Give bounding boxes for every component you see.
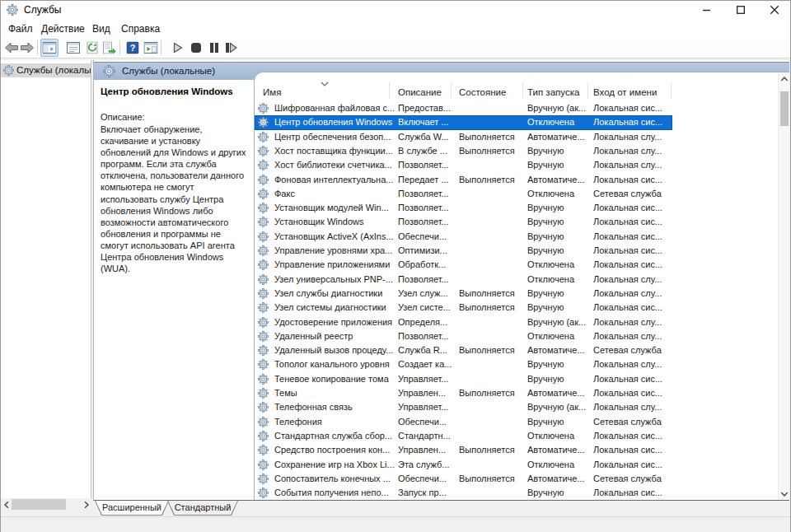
service-row[interactable]: Средство построения кон... Управлен... В… (255, 443, 789, 457)
tab-advanced-label: Расширенный (95, 502, 169, 512)
cell-name: Шифрованная файловая с... (274, 103, 396, 113)
tab-advanced[interactable]: Расширенный (95, 501, 169, 516)
properties-button[interactable] (64, 39, 82, 57)
service-row[interactable]: Шифрованная файловая с... Предостав... В… (255, 101, 789, 115)
cell-log-on-as: Локальная слу... (593, 132, 670, 142)
cell-name: Темы (274, 388, 396, 398)
service-row[interactable]: События получения непо... Запуск пр... В… (255, 486, 789, 500)
cell-startup-type: Вручную (527, 203, 590, 212)
menu-file[interactable]: Файл (8, 23, 33, 35)
service-row[interactable]: Фоновая интеллектуальна... Передает ... … (255, 173, 789, 187)
list-vertical-scrollbar[interactable] (778, 73, 789, 500)
list-vscroll-thumb[interactable] (780, 91, 789, 126)
service-row[interactable]: Узел службы диагностики Узел служ... Вып… (255, 287, 789, 301)
show-action-pane-button[interactable] (142, 39, 160, 57)
scroll-up-button[interactable] (779, 73, 789, 85)
cell-name: Удостоверение приложения (274, 317, 396, 327)
service-row[interactable]: Хост библиотеки счетчика... Позволяет...… (255, 158, 789, 172)
service-row[interactable]: Удостоверение приложения Определя... Вру… (255, 315, 789, 329)
service-row[interactable]: Установщик модулей Win... Позволяет... В… (255, 201, 789, 215)
service-row[interactable]: Центр обновления Windows Включает ... От… (255, 115, 789, 129)
service-row[interactable]: Теневое копирование тома Управляет... Вр… (255, 372, 789, 386)
cell-status: Выполняется (459, 388, 527, 398)
cell-startup-type: Автоматиче... (527, 132, 590, 142)
menu-help[interactable]: Справка (121, 23, 160, 35)
cell-name: Центр обновления Windows (274, 117, 396, 127)
scroll-down-button[interactable] (779, 488, 789, 500)
cell-description: Позволяет... (398, 274, 457, 284)
maximize-button[interactable] (727, 1, 755, 19)
view-tabs: Расширенный Стандартный (1, 501, 790, 516)
cell-startup-type: Отключена (527, 259, 590, 269)
close-button[interactable] (761, 1, 789, 19)
main-area: Службы (локальные) Службы (локальные) Це… (1, 58, 790, 501)
toolbar: ? (1, 38, 790, 58)
minimize-icon (703, 6, 711, 14)
cell-log-on-as: Локальная сис... (593, 488, 670, 497)
services-app-icon (7, 4, 18, 16)
service-row[interactable]: Узел универсальных PNP-... Позволяет... … (255, 273, 789, 287)
band-gear-icon (103, 65, 115, 77)
service-row[interactable]: Центр обеспечения безоп... Служба W... В… (255, 130, 789, 144)
cell-startup-type: Вручную (ак... (527, 317, 590, 327)
service-row[interactable]: Управление приложениями Обработк... Откл… (255, 258, 789, 272)
export-list-button[interactable] (101, 39, 119, 57)
service-row[interactable]: Установщик Windows Позволяет... Вручную … (255, 215, 789, 229)
service-row[interactable]: Сопоставитель конечных ... Обеспечи... В… (255, 472, 789, 486)
pause-service-button[interactable] (205, 39, 223, 57)
stop-service-button[interactable] (187, 39, 205, 57)
service-row[interactable]: Хост поставщика функции... В службе ... … (255, 144, 789, 158)
cell-startup-type: Вручную (527, 160, 590, 170)
service-row[interactable]: Удаленный вызов процеду... Служба R... В… (255, 343, 789, 357)
close-icon (770, 6, 779, 15)
service-row[interactable]: Узел системы диагностики Узел систе... В… (255, 301, 789, 315)
forward-icon (20, 42, 35, 54)
cell-status: Выполняется (459, 288, 527, 298)
menu-action[interactable]: Действие (41, 23, 85, 35)
menu-view[interactable]: Вид (92, 23, 110, 35)
cell-startup-type: Вручную (527, 146, 590, 156)
cell-log-on-as: Локальная сис... (593, 245, 670, 255)
service-row[interactable]: Управление уровнями хра... Оптимизи... В… (255, 244, 789, 258)
cell-name: Теневое копирование тома (274, 374, 396, 384)
service-gear-icon (258, 189, 269, 199)
service-gear-icon (258, 431, 269, 441)
minimize-button[interactable] (693, 1, 721, 19)
service-row[interactable]: Сохранение игр на Xbox Li... Эта служб..… (255, 458, 789, 472)
show-console-tree-button[interactable] (40, 39, 59, 57)
cell-startup-type: Автоматиче... (527, 445, 590, 455)
service-row[interactable]: Тополог канального уровня Создает ка... … (255, 357, 789, 371)
service-row[interactable]: Стандартная служба сбор... Стандартн... … (255, 429, 789, 443)
stop-service-icon (191, 43, 201, 53)
maximize-icon (737, 6, 745, 14)
cell-description: Управляет... (398, 402, 457, 412)
show-action-pane-icon (144, 42, 158, 54)
service-row[interactable]: Телефония Обеспечи... Вручную Сетевая сл… (255, 415, 789, 429)
start-service-button[interactable] (169, 39, 187, 57)
toolbar-separator (37, 40, 38, 55)
show-console-tree-icon (43, 42, 57, 54)
forward-button[interactable] (18, 39, 36, 57)
cell-startup-type: Вручную (527, 488, 590, 497)
service-row[interactable]: Установщик ActiveX (AxIns... Обеспечи...… (255, 230, 789, 244)
service-row[interactable]: Темы Управлен... Выполняется Автоматиче.… (255, 386, 789, 400)
service-row[interactable]: Факс Позволяет... Отключена Сетевая служ… (255, 187, 789, 201)
window-title: Службы (24, 4, 61, 16)
cell-startup-type: Вручную (527, 231, 590, 241)
cell-name: Установщик ActiveX (AxIns... (274, 231, 396, 241)
tab-standard[interactable]: Стандартный (167, 501, 238, 516)
cell-log-on-as: Сетевая служба (593, 345, 670, 355)
service-row[interactable]: Удаленный реестр Позволяет... Отключена … (255, 329, 789, 343)
cell-log-on-as: Локальная сис... (593, 460, 670, 469)
service-row[interactable]: Телефонная связь Управляет... Вручную (а… (255, 400, 789, 414)
refresh-button[interactable] (83, 39, 101, 57)
tree-item-services-local[interactable]: Службы (локальные) (1, 63, 91, 77)
cell-name: Установщик модулей Win... (274, 203, 396, 212)
cell-startup-type: Автоматиче... (527, 474, 590, 483)
restart-service-button[interactable] (222, 39, 241, 57)
service-gear-icon (258, 231, 269, 242)
cell-description: Эта служб... (398, 460, 457, 469)
help-button[interactable]: ? (124, 39, 142, 57)
cell-log-on-as: Локальная сис... (593, 175, 670, 184)
service-gear-icon (258, 259, 269, 270)
